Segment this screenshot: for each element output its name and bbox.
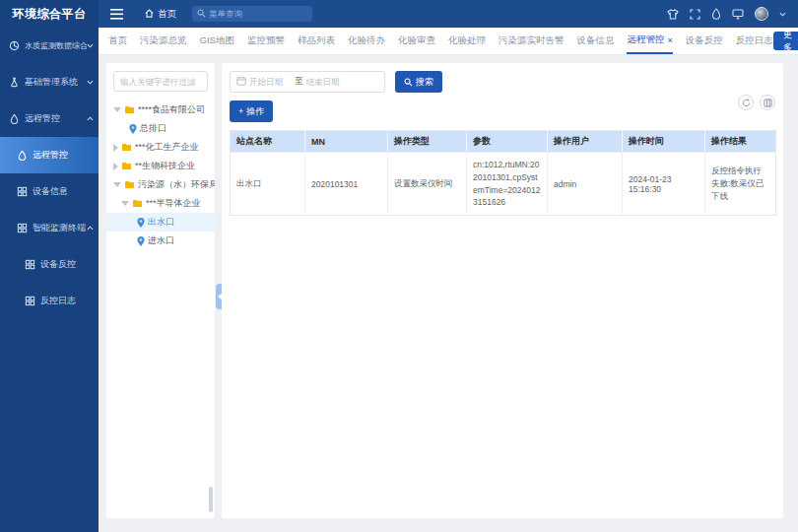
collapse-arrow-icon <box>218 294 222 299</box>
sidebar-item-reverse-control-log[interactable]: 反控日志 <box>0 283 99 319</box>
search-button[interactable]: 搜索 <box>395 71 442 93</box>
tab-lab-review[interactable]: 化验审查 <box>398 28 435 54</box>
sidebar-item-label: 水质监测数据综合分析 <box>25 40 87 51</box>
tree-node-food-company[interactable]: ****食品有限公司 <box>106 100 215 119</box>
cell-op-result: 反控指令执行失败:数采仪已下线 <box>705 153 776 216</box>
sidebar-item-device-info[interactable]: 设备信息 <box>0 173 99 210</box>
tab-sample-list[interactable]: 样品列表 <box>298 28 335 54</box>
hamburger-menu-icon[interactable] <box>110 9 123 20</box>
folder-icon <box>121 143 132 152</box>
tab-device-info[interactable]: 设备信息 <box>576 28 614 54</box>
chevron-up-icon <box>87 226 94 231</box>
sidebar-item-water-analysis[interactable]: 水质监测数据综合分析 <box>0 28 99 64</box>
menu-search-input[interactable] <box>209 9 298 19</box>
tree-node-label: 出水口 <box>148 216 174 229</box>
tree-node-inlet[interactable]: 进水口 <box>106 232 215 250</box>
col-op-user: 操作用户 <box>548 131 623 153</box>
chevron-down-icon <box>87 43 94 48</box>
caret-down-icon[interactable] <box>121 201 129 206</box>
operate-button[interactable]: + 操作 <box>230 100 273 122</box>
tab-pollution-overview[interactable]: 污染源总览 <box>140 28 187 54</box>
header-actions <box>667 7 786 21</box>
tab-home[interactable]: 首页 <box>108 28 127 54</box>
caret-down-icon[interactable] <box>113 107 121 112</box>
tab-lab-todo[interactable]: 化验待办 <box>348 28 385 54</box>
tree-node-outlet-selected[interactable]: 出水口 <box>106 213 215 232</box>
end-date-input[interactable] <box>306 77 349 87</box>
tab-bar: 首页 污染源总览 GIS地图 监控预警 样品列表 化验待办 化验审查 化验处理 … <box>99 28 798 55</box>
flask-icon <box>9 77 21 89</box>
user-avatar[interactable] <box>755 7 768 21</box>
cell-op-time: 2024-01-23 15:16:30 <box>623 153 705 216</box>
tab-device-reverse-control[interactable]: 设备反控 <box>686 28 723 54</box>
filter-toolbar: 至 搜索 <box>230 71 775 93</box>
operation-log-table: 站点名称 MN 操作类型 参数 操作用户 操作时间 操作结果 出水口 20201… <box>230 130 776 216</box>
theme-skin-icon[interactable] <box>667 9 679 20</box>
tab-remote-control[interactable]: 远程管控× <box>627 28 672 54</box>
pin-icon <box>129 124 137 134</box>
water-drop-icon <box>17 150 29 162</box>
remote-control-panel: 至 搜索 + 操作 站点名称 MN <box>222 63 783 518</box>
tree-node-label: ***化工生产企业 <box>135 141 199 154</box>
col-op-result: 操作结果 <box>705 131 776 153</box>
tree-node-biotech-company[interactable]: **生物科技企业 <box>106 157 215 175</box>
folder-icon <box>124 105 135 114</box>
column-settings-button[interactable] <box>760 95 775 110</box>
org-tree-panel: ****食品有限公司 总排口 ***化工生产企业 **生物科技企业 污染源（水）… <box>106 63 215 518</box>
date-range-picker[interactable]: 至 <box>230 71 385 93</box>
tree-node-semiconductor-company[interactable]: ***半导体企业 <box>106 194 215 213</box>
col-mn: MN <box>305 131 388 153</box>
sidebar-item-device-reverse-control[interactable]: 设备反控 <box>0 246 99 283</box>
tree-node-main-outlet[interactable]: 总排口 <box>106 119 215 138</box>
water-drop-icon <box>9 113 21 125</box>
caret-down-icon[interactable] <box>113 182 121 187</box>
open-tabs: 首页 污染源总览 GIS地图 监控预警 样品列表 化验待办 化验审查 化验处理 … <box>108 28 773 54</box>
monitor-icon[interactable] <box>732 9 744 20</box>
breadcrumb-home[interactable]: 首页 <box>145 8 176 21</box>
tree-node-chemical-company[interactable]: ***化工生产企业 <box>106 138 215 157</box>
tree-node-label: 总排口 <box>140 122 166 135</box>
more-tabs-label: 更多 <box>782 29 794 54</box>
refresh-icon <box>742 99 751 107</box>
tree-node-epa-bureau[interactable]: 污染源（水）环保局 <box>106 175 215 194</box>
caret-right-icon[interactable] <box>113 144 118 152</box>
flame-icon[interactable] <box>711 8 721 20</box>
grid-icon <box>25 296 36 307</box>
table-row[interactable]: 出水口 2020101301 设置数采仪时间 cn:1012,rtuMN:202… <box>231 153 776 216</box>
start-date-input[interactable] <box>249 77 292 87</box>
folder-icon <box>121 162 132 170</box>
tree-filter-input[interactable] <box>113 71 208 92</box>
refresh-button[interactable] <box>738 95 754 110</box>
tree-scrollbar-thumb[interactable] <box>209 487 213 512</box>
tab-monitor-warning[interactable]: 监控预警 <box>247 28 285 54</box>
user-menu-chevron-icon[interactable] <box>779 12 786 17</box>
cell-op-type: 设置数采仪时间 <box>388 153 467 216</box>
sidebar-item-remote-control[interactable]: 远程管控 <box>0 137 99 173</box>
sidebar-item-smart-terminal[interactable]: 智能监测终端 <box>0 210 99 246</box>
col-site-name: 站点名称 <box>231 131 305 153</box>
sidebar-item-label: 设备反控 <box>40 258 76 271</box>
more-tabs-button[interactable]: 更多 <box>773 32 798 50</box>
sidebar-item-label: 智能监测终端 <box>33 222 86 234</box>
sidebar-item-base-system[interactable]: 基础管理系统 <box>0 64 99 100</box>
search-button-label: 搜索 <box>416 76 433 89</box>
table-header-row: 站点名称 MN 操作类型 参数 操作用户 操作时间 操作结果 <box>231 131 776 153</box>
cell-mn: 2020101301 <box>305 153 388 216</box>
tab-lab-process[interactable]: 化验处理 <box>448 28 486 54</box>
grid-icon <box>17 223 29 234</box>
fullscreen-icon[interactable] <box>690 9 700 20</box>
caret-right-icon[interactable] <box>113 163 118 170</box>
tab-gis-map[interactable]: GIS地图 <box>200 28 234 54</box>
col-params: 参数 <box>467 131 548 153</box>
top-header: 首页 <box>99 0 798 28</box>
search-icon <box>197 9 206 20</box>
tree-node-label: **生物科技企业 <box>135 160 195 172</box>
sidebar-item-remote-control-group[interactable]: 远程管控 <box>0 100 99 137</box>
tab-realtime-alarm[interactable]: 污染源实时告警 <box>499 28 565 54</box>
tab-close-icon[interactable]: × <box>667 35 672 45</box>
tab-reverse-control-log[interactable]: 反控日志 <box>736 28 773 54</box>
menu-search-box[interactable] <box>192 6 312 22</box>
chevron-up-icon <box>87 116 94 121</box>
col-op-type: 操作类型 <box>388 131 467 153</box>
home-icon <box>145 9 154 20</box>
